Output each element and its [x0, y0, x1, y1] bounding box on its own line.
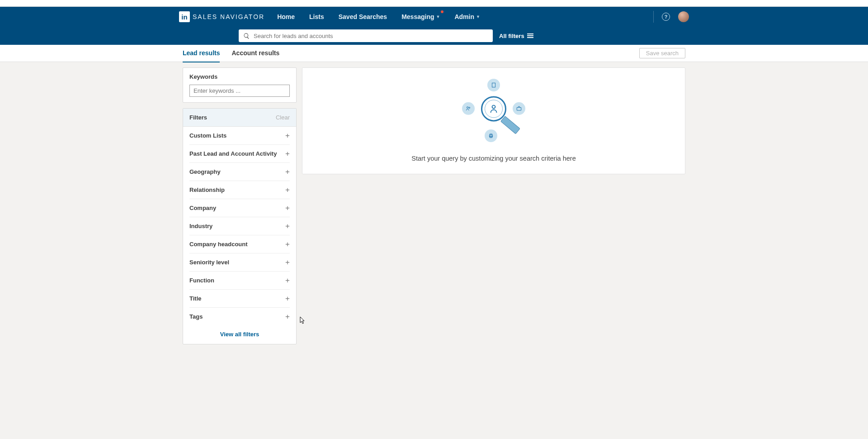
- filter-row-title[interactable]: Title+: [189, 290, 290, 308]
- filter-row-tags[interactable]: Tags+: [189, 308, 290, 325]
- filter-label: Past Lead and Account Activity: [189, 150, 277, 157]
- plus-icon: +: [285, 186, 290, 194]
- chevron-down-icon: ▼: [436, 14, 440, 19]
- empty-state-card: Start your query by customizing your sea…: [302, 67, 685, 174]
- brand-text: SALES NAVIGATOR: [193, 13, 264, 20]
- filter-label: Function: [189, 277, 214, 284]
- nav-admin[interactable]: Admin ▼: [454, 13, 480, 20]
- svg-point-5: [467, 107, 469, 109]
- plus-icon: +: [285, 168, 290, 176]
- filter-label: Relationship: [189, 186, 225, 193]
- search-field[interactable]: [239, 29, 493, 42]
- filters-title: Filters: [189, 114, 207, 121]
- people-icon: [462, 102, 475, 115]
- filter-label: Seniority level: [189, 259, 229, 266]
- filter-label: Geography: [189, 168, 221, 175]
- filter-row-custom-lists[interactable]: Custom Lists+: [189, 127, 290, 145]
- search-illustration: [458, 80, 530, 143]
- avatar[interactable]: [678, 11, 689, 22]
- nav-home[interactable]: Home: [277, 13, 295, 20]
- plus-icon: +: [285, 150, 290, 157]
- filter-row-company[interactable]: Company+: [189, 199, 290, 217]
- plus-icon: +: [285, 277, 290, 284]
- nav-saved-searches[interactable]: Saved Searches: [339, 13, 387, 20]
- view-all-filters-link[interactable]: View all filters: [183, 325, 296, 344]
- browser-chrome-strip: [0, 0, 868, 7]
- all-filters-button[interactable]: All filters: [499, 33, 533, 39]
- keywords-card: Keywords: [183, 67, 297, 103]
- filter-row-seniority-level[interactable]: Seniority level+: [189, 253, 290, 272]
- chevron-down-icon: ▼: [476, 14, 480, 19]
- clear-filters-button[interactable]: Clear: [276, 114, 290, 121]
- nav-messaging-label: Messaging: [401, 13, 434, 20]
- plus-icon: +: [285, 222, 290, 230]
- filter-label: Tags: [189, 313, 203, 320]
- plus-icon: +: [285, 204, 290, 212]
- search-bar-row: All filters: [0, 27, 868, 45]
- filter-row-company-headcount[interactable]: Company headcount+: [189, 235, 290, 253]
- nav-messaging[interactable]: Messaging ▼: [401, 13, 440, 20]
- nav-admin-label: Admin: [454, 13, 474, 20]
- svg-rect-0: [492, 83, 495, 87]
- print-icon: [485, 129, 497, 142]
- results-tabs-row: Lead results Account results Save search: [0, 45, 868, 62]
- top-nav: in SALES NAVIGATOR Home Lists Saved Sear…: [0, 7, 868, 27]
- magnifier-handle: [500, 116, 520, 134]
- filter-row-relationship[interactable]: Relationship+: [189, 181, 290, 199]
- filters-icon: [527, 33, 533, 38]
- svg-rect-7: [517, 108, 521, 110]
- keywords-label: Keywords: [189, 73, 290, 80]
- svg-point-6: [469, 107, 470, 109]
- filter-label: Company headcount: [189, 241, 248, 248]
- empty-state-text: Start your query by customizing your sea…: [411, 155, 576, 162]
- filter-label: Company: [189, 205, 216, 211]
- svg-rect-9: [490, 134, 492, 135]
- search-input[interactable]: [254, 33, 488, 39]
- help-icon[interactable]: ?: [662, 13, 670, 21]
- briefcase-icon: [513, 102, 525, 115]
- building-icon: [487, 79, 500, 91]
- filter-label: Custom Lists: [189, 132, 226, 139]
- filter-row-past-lead-and-account-activity[interactable]: Past Lead and Account Activity+: [189, 145, 290, 163]
- filter-row-function[interactable]: Function+: [189, 272, 290, 290]
- notification-dot-icon: [441, 10, 443, 13]
- filter-label: Industry: [189, 223, 212, 229]
- plus-icon: +: [285, 313, 290, 320]
- linkedin-in-icon: in: [179, 11, 190, 22]
- search-icon: [243, 33, 250, 39]
- tab-lead-results[interactable]: Lead results: [183, 44, 220, 62]
- all-filters-label: All filters: [499, 33, 524, 39]
- save-search-button[interactable]: Save search: [639, 48, 685, 58]
- filters-card: Filters Clear Custom Lists+Past Lead and…: [183, 108, 297, 344]
- plus-icon: +: [285, 258, 290, 266]
- plus-icon: +: [285, 240, 290, 248]
- brand-logo[interactable]: in SALES NAVIGATOR: [179, 11, 264, 22]
- nav-lists[interactable]: Lists: [309, 13, 324, 20]
- plus-icon: +: [285, 295, 290, 302]
- tab-account-results[interactable]: Account results: [231, 44, 279, 62]
- filter-label: Title: [189, 295, 202, 302]
- magnifier-icon: [481, 96, 506, 121]
- plus-icon: +: [285, 132, 290, 139]
- filter-row-industry[interactable]: Industry+: [189, 217, 290, 235]
- keywords-input[interactable]: [189, 85, 290, 97]
- filter-row-geography[interactable]: Geography+: [189, 163, 290, 181]
